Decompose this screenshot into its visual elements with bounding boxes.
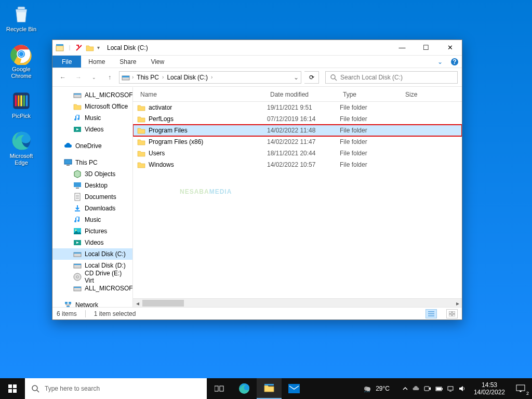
- col-size[interactable]: Size: [402, 91, 438, 98]
- nav-item[interactable]: Music: [52, 112, 132, 124]
- svg-rect-19: [74, 182, 81, 187]
- nav-item[interactable]: Local Disk (C:): [52, 248, 132, 260]
- folder-icon: [137, 161, 145, 169]
- taskbar-explorer[interactable]: [257, 378, 282, 399]
- desktop-icon-label: Recycle Bin: [6, 26, 36, 33]
- ribbon-file-tab[interactable]: File: [52, 56, 81, 68]
- desktop-icon-chrome[interactable]: Google Chrome: [2, 42, 41, 81]
- taskbar-mail[interactable]: [282, 378, 307, 399]
- address-dropdown-icon[interactable]: ⌄: [294, 74, 299, 81]
- table-row[interactable]: activator19/11/2021 9:51File folder: [133, 102, 462, 113]
- large-icons-view-button[interactable]: [446, 309, 458, 318]
- horizontal-scrollbar[interactable]: ◂ ▸: [133, 298, 462, 307]
- nav-thispc[interactable]: This PC: [52, 157, 132, 168]
- svg-rect-41: [13, 384, 17, 388]
- edge-icon: [10, 130, 32, 152]
- onedrive-tray-icon[interactable]: [413, 385, 420, 392]
- system-tray[interactable]: 29°C: [359, 384, 470, 393]
- taskbar-clock[interactable]: 14:53 14/02/2022: [470, 381, 509, 396]
- table-row[interactable]: PerfLogs07/12/2019 16:14File folder: [133, 113, 462, 125]
- titlebar[interactable]: ▾ Local Disk (C:) — ☐ ✕: [52, 40, 462, 56]
- forward-button[interactable]: →: [72, 71, 85, 84]
- nav-item[interactable]: Microsoft Office: [52, 101, 132, 112]
- nav-label: OneDrive: [75, 142, 102, 150]
- table-row[interactable]: Windows14/02/2022 10:57File folder: [133, 159, 462, 170]
- nav-item[interactable]: CD Drive (E:) Virt: [52, 271, 132, 283]
- col-date[interactable]: Date modified: [267, 91, 340, 98]
- svg-rect-55: [436, 388, 441, 390]
- file-type: File folder: [340, 161, 402, 168]
- weather-temp: 29°C: [376, 385, 390, 392]
- breadcrumb-thispc[interactable]: This PC: [136, 74, 160, 81]
- svg-rect-46: [220, 386, 223, 391]
- tray-chevron-up-icon[interactable]: [402, 385, 408, 392]
- volume-icon[interactable]: [458, 385, 466, 392]
- svg-point-30: [76, 276, 78, 278]
- chevron-right-icon[interactable]: ›: [162, 74, 164, 80]
- table-row[interactable]: Program Files (x86)14/02/2022 11:47File …: [133, 136, 462, 148]
- breadcrumb-localdisk[interactable]: Local Disk (C:): [166, 74, 209, 81]
- nav-item[interactable]: Desktop: [52, 180, 132, 191]
- file-rows[interactable]: NESABAMEDIA activator19/11/2021 9:51File…: [133, 102, 462, 298]
- taskbar[interactable]: Type here to search 29°C 14:53 14/02/202…: [0, 378, 532, 399]
- col-type[interactable]: Type: [340, 91, 402, 98]
- nav-item[interactable]: ALL_MICROSOFT: [52, 283, 132, 294]
- help-button[interactable]: ?: [447, 56, 462, 68]
- ribbon-expand-button[interactable]: ⌄: [433, 56, 447, 68]
- close-button[interactable]: ✕: [438, 40, 462, 56]
- start-button[interactable]: [0, 378, 25, 399]
- recent-locations-button[interactable]: ⌄: [88, 71, 100, 84]
- nav-item[interactable]: Downloads: [52, 203, 132, 214]
- nav-onedrive[interactable]: OneDrive: [52, 140, 132, 152]
- qat-properties-icon[interactable]: [75, 44, 83, 51]
- task-view-button[interactable]: [207, 378, 232, 399]
- action-center-button[interactable]: 2: [509, 378, 532, 399]
- nav-item[interactable]: Pictures: [52, 225, 132, 237]
- nav-item[interactable]: Documents: [52, 191, 132, 203]
- nav-item[interactable]: Music: [52, 214, 132, 225]
- ribbon-tab-share[interactable]: Share: [112, 56, 143, 68]
- watermark: NESABAMEDIA: [180, 180, 232, 197]
- svg-rect-42: [8, 389, 12, 393]
- qat-dropdown-icon[interactable]: ▾: [97, 45, 100, 50]
- taskbar-edge[interactable]: [232, 378, 257, 399]
- nav-item[interactable]: 3D Objects: [52, 168, 132, 180]
- desktop-icon-picpick[interactable]: PicPick: [2, 89, 41, 121]
- details-view-button[interactable]: [425, 309, 437, 318]
- scroll-thumb[interactable]: [142, 300, 184, 307]
- maximize-button[interactable]: ☐: [414, 40, 438, 56]
- back-button[interactable]: ←: [57, 71, 69, 84]
- chevron-right-icon[interactable]: ›: [211, 74, 212, 80]
- scroll-right-icon[interactable]: ▸: [453, 299, 462, 308]
- clock-date: 14/02/2022: [474, 389, 505, 396]
- file-name: Windows: [149, 161, 267, 168]
- ribbon-tab-home[interactable]: Home: [81, 56, 112, 68]
- desktop-icon-edge[interactable]: Microsoft Edge: [2, 129, 41, 167]
- minimize-button[interactable]: —: [390, 40, 414, 56]
- nav-label: ALL_MICROSOFT: [85, 91, 133, 99]
- address-bar[interactable]: › This PC › Local Disk (C:) › ⌄: [119, 71, 301, 84]
- taskbar-search[interactable]: Type here to search: [25, 378, 207, 399]
- folder-icon[interactable]: [86, 44, 94, 52]
- up-button[interactable]: ↑: [103, 71, 116, 84]
- nav-item[interactable]: ALL_MICROSOFT: [52, 89, 132, 101]
- ribbon-tab-view[interactable]: View: [143, 56, 171, 68]
- nav-item[interactable]: Videos: [52, 124, 132, 135]
- meet-now-icon[interactable]: [424, 385, 431, 392]
- nav-item[interactable]: Videos: [52, 237, 132, 248]
- desktop-icon-recycle-bin[interactable]: Recycle Bin: [2, 2, 41, 34]
- file-date: 14/02/2022 10:57: [267, 161, 340, 168]
- network-tray-icon[interactable]: [447, 385, 454, 392]
- scroll-left-icon[interactable]: ◂: [133, 299, 142, 308]
- search-box[interactable]: Search Local Disk (C:): [325, 71, 458, 84]
- refresh-button[interactable]: ⟳: [304, 71, 319, 84]
- column-headers[interactable]: Name Date modified Type Size: [133, 87, 462, 102]
- table-row[interactable]: Users18/11/2021 20:44File folder: [133, 148, 462, 159]
- navigation-pane[interactable]: ALL_MICROSOFTMicrosoft OfficeMusicVideos…: [52, 87, 133, 307]
- table-row[interactable]: Program Files14/02/2022 11:48File folder: [133, 125, 462, 136]
- col-name[interactable]: Name: [137, 91, 267, 98]
- nav-network[interactable]: Network: [52, 299, 132, 307]
- chrome-icon: [10, 43, 32, 65]
- battery-icon[interactable]: [435, 385, 443, 392]
- chevron-right-icon[interactable]: ›: [132, 74, 134, 80]
